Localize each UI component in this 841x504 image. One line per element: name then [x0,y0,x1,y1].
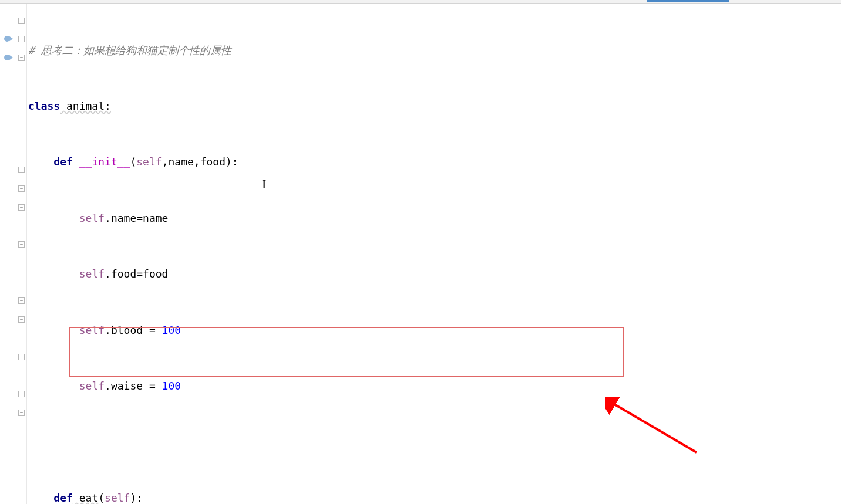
code: .blood = [105,324,162,336]
fold-handle[interactable]: − [18,185,25,192]
gutter-override-icon[interactable] [1,34,15,43]
keyword: def [53,155,73,168]
code: .food=food [105,268,168,280]
fold-gutter: − − − − − − − − − − − − [16,4,27,504]
class-name: animal: [60,100,111,112]
keyword: def [53,492,73,504]
code-line[interactable]: def __init__(self,name,food): [28,153,841,171]
code-line[interactable]: # 思考二：如果想给狗和猫定制个性的属性 [28,41,841,60]
gutter [0,4,16,504]
code-line[interactable] [28,432,841,451]
arrow-icon [605,397,705,461]
number: 100 [162,380,181,392]
fold-handle[interactable]: − [18,36,25,42]
fold-handle[interactable]: − [18,410,25,416]
code-line[interactable]: class animal: [28,97,841,116]
code: .name=name [105,212,168,224]
fold-handle[interactable]: − [18,391,25,397]
self: self [79,324,105,336]
self: self [79,268,105,280]
self: self [79,380,105,392]
keyword: class [28,100,60,112]
comment: # 思考二：如果想给狗和猫定制个性的属性 [28,44,231,56]
code-line[interactable]: def eat(self): [28,489,841,504]
fold-handle[interactable]: − [18,55,25,61]
code-line[interactable]: self.food=food [28,265,841,283]
gutter-override-icon[interactable] [1,53,15,62]
fold-handle[interactable]: − [18,354,25,360]
method-name: __init__ [73,155,130,168]
fold-handle[interactable]: − [18,316,25,323]
fold-handle[interactable]: − [18,18,25,24]
self: self [79,212,105,224]
fold-handle[interactable]: − [18,297,25,304]
ibeam-cursor-icon: I [262,175,266,194]
code-line[interactable]: self.waise = 100 [28,377,841,395]
fold-handle[interactable]: − [18,167,25,173]
code-line[interactable]: self.blood = 100 [28,321,841,340]
active-tab-indicator [647,0,729,2]
params: (self): [98,492,143,504]
code-line[interactable]: self.name=name [28,209,841,228]
method-name: eat [73,492,98,504]
code: .waise = [105,380,162,392]
code-area[interactable]: # 思考二：如果想给狗和猫定制个性的属性 class animal: def _… [27,4,841,504]
params: (self,name,food): [130,155,238,168]
fold-handle[interactable]: − [18,204,25,211]
editor[interactable]: − − − − − − − − − − − − # 思考二：如果想给狗和猫定制个… [0,4,841,504]
fold-handle[interactable]: − [18,241,25,248]
number: 100 [162,324,181,336]
